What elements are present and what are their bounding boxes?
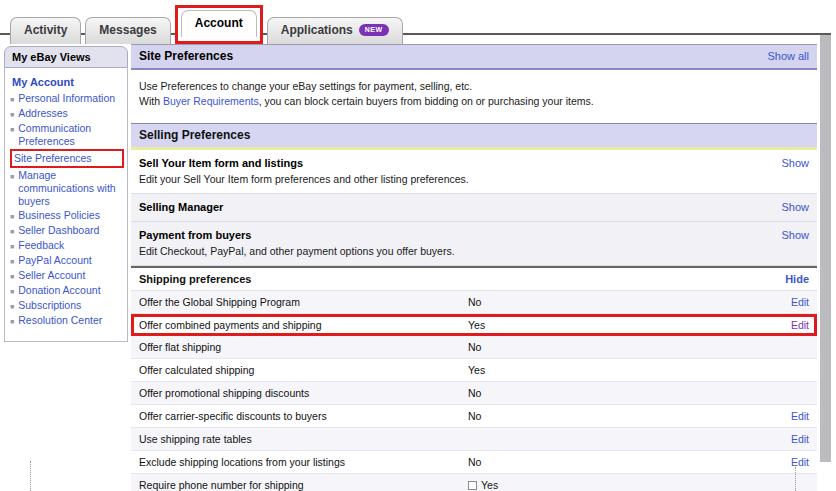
- intro-text: Use Preferences to change your eBay sett…: [131, 70, 817, 123]
- shipping-row: Offer flat shipping No: [131, 336, 817, 359]
- shipping-row-value-text: No: [468, 387, 481, 399]
- shipping-preferences-section: Shipping preferences Hide Offer the Glob…: [131, 266, 817, 491]
- sidebar-item-addresses[interactable]: ■ Addresses: [10, 107, 124, 121]
- preference-block: Payment from buyers Edit Checkout, PayPa…: [131, 222, 817, 266]
- sidebar-item-subscriptions[interactable]: ■ Subscriptions: [10, 299, 124, 313]
- tab-account[interactable]: Account: [181, 10, 257, 37]
- sidebar-item-label: PayPal Account: [18, 254, 92, 268]
- preference-block: Sell Your Item form and listings Edit yo…: [131, 150, 817, 194]
- preference-block-text: Payment from buyers Edit Checkout, PayPa…: [139, 229, 455, 257]
- selling-preferences-header: Selling Preferences: [131, 123, 817, 150]
- shipping-row: Use shipping rate tables Edit: [131, 428, 817, 451]
- shipping-row-value: Yes: [468, 479, 809, 491]
- shipping-rows: Offer the Global Shipping Program No Edi…: [131, 291, 817, 491]
- shipping-row-label: Use shipping rate tables: [139, 433, 468, 445]
- shipping-row-label: Offer the Global Shipping Program: [139, 296, 468, 308]
- intro-line2-suffix: , you can block certain buyers from bidd…: [259, 95, 594, 107]
- sidebar-item-communication-preferences[interactable]: ■ Communication Preferences: [10, 122, 124, 148]
- shipping-row-label: Offer calculated shipping: [139, 364, 468, 376]
- right-dotted-marker: [795, 467, 796, 491]
- tab-applications[interactable]: Applications NEW: [267, 17, 403, 44]
- shipping-row: Offer combined payments and shipping Yes…: [131, 314, 817, 336]
- edit-link[interactable]: Edit: [791, 319, 809, 331]
- shipping-row: Offer calculated shipping Yes: [131, 359, 817, 382]
- sidebar-item-label: Resolution Center: [18, 314, 102, 328]
- sidebar-item-paypal-account[interactable]: ■ PayPal Account: [10, 254, 124, 268]
- edit-link[interactable]: Edit: [791, 296, 809, 308]
- sidebar-item-business-policies[interactable]: ■ Business Policies: [10, 209, 124, 223]
- sidebar-item-seller-dashboard[interactable]: ■ Seller Dashboard: [10, 224, 124, 238]
- shipping-row-value-text: No: [468, 456, 481, 468]
- hide-link[interactable]: Hide: [785, 273, 809, 285]
- sidebar-item-label: Donation Account: [18, 284, 100, 298]
- show-link[interactable]: Show: [781, 157, 809, 185]
- intro-line2-prefix: With: [139, 95, 163, 107]
- bullet-icon: ■: [10, 284, 14, 298]
- shipping-row-label: Offer carrier-specific discounts to buye…: [139, 410, 468, 422]
- tab-messages[interactable]: Messages: [85, 17, 170, 44]
- page-title: Site Preferences: [139, 49, 233, 63]
- sidebar-item-resolution-center[interactable]: ■ Resolution Center: [10, 314, 124, 328]
- preference-block-title: Sell Your Item form and listings: [139, 157, 469, 169]
- shipping-row-value: No: [468, 341, 809, 353]
- sidebar-item-feedback[interactable]: ■ Feedback: [10, 239, 124, 253]
- shipping-preferences-title: Shipping preferences: [139, 273, 251, 285]
- shipping-row-label: Offer flat shipping: [139, 341, 468, 353]
- preference-block-desc: Edit Checkout, PayPal, and other payment…: [139, 245, 455, 257]
- sidebar-section-my-account[interactable]: My Account: [12, 76, 124, 88]
- page-header: Site Preferences Show all: [131, 44, 817, 70]
- preference-block-title: Payment from buyers: [139, 229, 455, 241]
- edit-link[interactable]: Edit: [791, 410, 809, 422]
- shipping-row-label: Require phone number for shipping: [139, 479, 468, 491]
- sidebar-item-seller-account[interactable]: ■ Seller Account: [10, 269, 124, 283]
- preference-block-title: Selling Manager: [139, 201, 223, 213]
- intro-line2: With Buyer Requirements, you can block c…: [139, 94, 809, 109]
- edit-link[interactable]: Edit: [791, 433, 809, 445]
- sidebar-item-label: Manage communications with buyers: [18, 169, 124, 208]
- shipping-row-value-text: No: [468, 296, 481, 308]
- show-all-link[interactable]: Show all: [767, 50, 809, 62]
- intro-line1: Use Preferences to change your eBay sett…: [139, 79, 809, 94]
- bullet-icon: ■: [10, 122, 14, 148]
- sidebar-items: ■ Personal Information ■ Addresses ■ Com…: [10, 92, 124, 328]
- show-link[interactable]: Show: [781, 201, 809, 213]
- sidebar-item-label: Site Preferences: [14, 152, 92, 165]
- tab-label: Applications: [281, 23, 353, 37]
- left-dotted-marker: [30, 461, 31, 491]
- preference-block: Selling Manager Show: [131, 194, 817, 222]
- highlight-frame-account-tab: Account: [175, 5, 263, 44]
- buyer-requirements-link[interactable]: Buyer Requirements: [163, 95, 259, 107]
- sidebar-item-site-preferences[interactable]: Site Preferences: [10, 149, 124, 168]
- scrollbar-track[interactable]: [820, 35, 831, 462]
- shipping-row-label: Offer promotional shipping discounts: [139, 387, 468, 399]
- sidebar-item-manage-communications-with-buyers[interactable]: ■ Manage communications with buyers: [10, 169, 124, 208]
- sidebar-title: My eBay Views: [4, 46, 128, 68]
- sidebar: My eBay Views My Account ■ Personal Info…: [4, 46, 128, 342]
- shipping-row-value: Yes: [468, 364, 809, 376]
- selling-preferences-blocks: Sell Your Item form and listings Edit yo…: [131, 150, 817, 266]
- shipping-row: Require phone number for shipping Yes: [131, 474, 817, 491]
- sidebar-item-label: Communication Preferences: [18, 122, 124, 148]
- bullet-icon: ■: [10, 92, 14, 106]
- shipping-row: Exclude shipping locations from your lis…: [131, 451, 817, 474]
- bullet-icon: ■: [10, 209, 14, 223]
- yes-checkbox[interactable]: [468, 481, 477, 490]
- sidebar-item-donation-account[interactable]: ■ Donation Account: [10, 284, 124, 298]
- shipping-preferences-header: Shipping preferences Hide: [131, 268, 817, 291]
- shipping-row: Offer carrier-specific discounts to buye…: [131, 405, 817, 428]
- bullet-icon: ■: [10, 169, 14, 208]
- tab-label: Account: [195, 16, 243, 30]
- tab-activity[interactable]: Activity: [10, 17, 81, 44]
- sidebar-item-personal-information[interactable]: ■ Personal Information: [10, 92, 124, 106]
- shipping-row-label: Exclude shipping locations from your lis…: [139, 456, 468, 468]
- edit-link[interactable]: Edit: [791, 456, 809, 468]
- bullet-icon: ■: [10, 254, 14, 268]
- shipping-row-value: No: [468, 296, 791, 308]
- tab-bar: Activity Messages Account Applications N…: [10, 5, 407, 44]
- shipping-row-value: Yes: [468, 319, 791, 331]
- bullet-icon: ■: [10, 107, 14, 121]
- shipping-row-value: No: [468, 456, 791, 468]
- show-link[interactable]: Show: [781, 229, 809, 257]
- bullet-icon: ■: [10, 269, 14, 283]
- bullet-icon: ■: [10, 299, 14, 313]
